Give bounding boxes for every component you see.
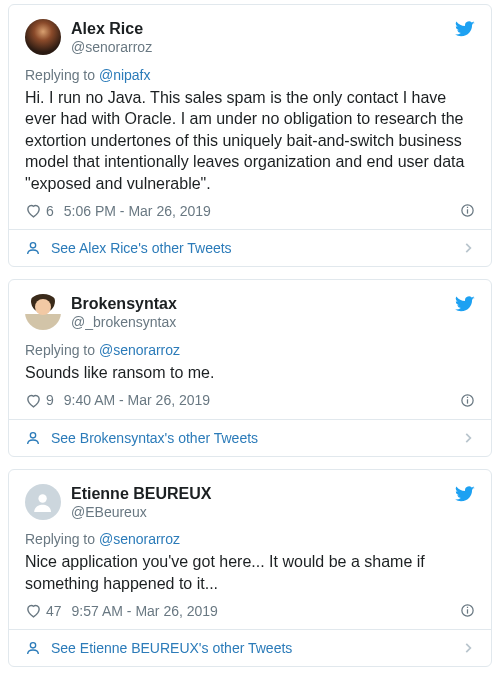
svg-rect-10 <box>467 610 468 614</box>
like-count: 47 <box>46 603 62 619</box>
author-display-name: Brokensyntax <box>71 294 177 314</box>
tweet-meta: 9 9:40 AM - Mar 26, 2019 <box>25 392 475 409</box>
twitter-bird-icon[interactable] <box>455 294 475 314</box>
svg-point-8 <box>39 494 47 502</box>
person-icon <box>25 640 41 656</box>
chevron-right-icon <box>461 241 475 255</box>
like-button[interactable]: 6 <box>25 202 54 219</box>
tweet-text: Hi. I run no Java. This sales spam is th… <box>25 87 475 195</box>
see-more-link[interactable]: See Brokensyntax's other Tweets <box>9 419 491 456</box>
reply-prefix: Replying to <box>25 531 99 547</box>
reply-line: Replying to @senorarroz <box>25 342 475 358</box>
reply-mention[interactable]: @nipafx <box>99 67 151 83</box>
tweet-timestamp[interactable]: 5:06 PM - Mar 26, 2019 <box>64 203 211 219</box>
author-names[interactable]: Brokensyntax @_brokensyntax <box>71 294 177 332</box>
person-icon <box>25 240 41 256</box>
like-button[interactable]: 47 <box>25 602 62 619</box>
author-names[interactable]: Etienne BEUREUX @EBeureux <box>71 484 211 522</box>
info-icon[interactable] <box>460 603 475 618</box>
tweet-body: Etienne BEUREUX @EBeureux Replying to @s… <box>9 470 491 630</box>
like-count: 9 <box>46 392 54 408</box>
heart-icon <box>25 602 42 619</box>
see-more-link[interactable]: See Etienne BEUREUX's other Tweets <box>9 629 491 666</box>
svg-point-3 <box>30 243 35 248</box>
author-handle: @EBeureux <box>71 504 211 522</box>
see-more-label: See Brokensyntax's other Tweets <box>51 430 258 446</box>
tweet-text: Nice application you've got here... It w… <box>25 551 475 594</box>
tweet-meta: 47 9:57 AM - Mar 26, 2019 <box>25 602 475 619</box>
tweet-header: Etienne BEUREUX @EBeureux <box>25 484 475 522</box>
tweet-header: Alex Rice @senorarroz <box>25 19 475 57</box>
chevron-right-icon <box>461 641 475 655</box>
tweet-meta: 6 5:06 PM - Mar 26, 2019 <box>25 202 475 219</box>
reply-prefix: Replying to <box>25 342 99 358</box>
tweet-timestamp[interactable]: 9:57 AM - Mar 26, 2019 <box>72 603 218 619</box>
tweet-card: Brokensyntax @_brokensyntax Replying to … <box>8 279 492 456</box>
info-icon[interactable] <box>460 393 475 408</box>
info-icon[interactable] <box>460 203 475 218</box>
author-handle: @senorarroz <box>71 39 152 57</box>
reply-mention[interactable]: @senorarroz <box>99 342 180 358</box>
tweet-card: Alex Rice @senorarroz Replying to @nipaf… <box>8 4 492 267</box>
heart-icon <box>25 202 42 219</box>
svg-rect-1 <box>467 210 468 214</box>
tweet-timestamp[interactable]: 9:40 AM - Mar 26, 2019 <box>64 392 210 408</box>
person-icon <box>25 430 41 446</box>
see-more-link[interactable]: See Alex Rice's other Tweets <box>9 229 491 266</box>
twitter-bird-icon[interactable] <box>455 484 475 504</box>
svg-rect-6 <box>467 396 468 397</box>
author-handle: @_brokensyntax <box>71 314 177 332</box>
tweet-header: Brokensyntax @_brokensyntax <box>25 294 475 332</box>
heart-icon <box>25 392 42 409</box>
chevron-right-icon <box>461 431 475 445</box>
reply-line: Replying to @nipafx <box>25 67 475 83</box>
avatar[interactable] <box>25 484 61 520</box>
reply-prefix: Replying to <box>25 67 99 83</box>
reply-line: Replying to @senorarroz <box>25 531 475 547</box>
reply-mention[interactable]: @senorarroz <box>99 531 180 547</box>
tweet-card: Etienne BEUREUX @EBeureux Replying to @s… <box>8 469 492 668</box>
svg-rect-2 <box>467 207 468 208</box>
author-display-name: Etienne BEUREUX <box>71 484 211 504</box>
tweet-body: Brokensyntax @_brokensyntax Replying to … <box>9 280 491 418</box>
svg-point-12 <box>30 643 35 648</box>
avatar[interactable] <box>25 294 61 330</box>
author-display-name: Alex Rice <box>71 19 152 39</box>
author-names[interactable]: Alex Rice @senorarroz <box>71 19 152 57</box>
svg-point-7 <box>30 432 35 437</box>
svg-rect-5 <box>467 399 468 403</box>
see-more-label: See Alex Rice's other Tweets <box>51 240 232 256</box>
twitter-bird-icon[interactable] <box>455 19 475 39</box>
tweet-body: Alex Rice @senorarroz Replying to @nipaf… <box>9 5 491 229</box>
like-count: 6 <box>46 203 54 219</box>
svg-rect-11 <box>467 607 468 608</box>
see-more-label: See Etienne BEUREUX's other Tweets <box>51 640 292 656</box>
avatar[interactable] <box>25 19 61 55</box>
like-button[interactable]: 9 <box>25 392 54 409</box>
tweet-text: Sounds like ransom to me. <box>25 362 475 384</box>
